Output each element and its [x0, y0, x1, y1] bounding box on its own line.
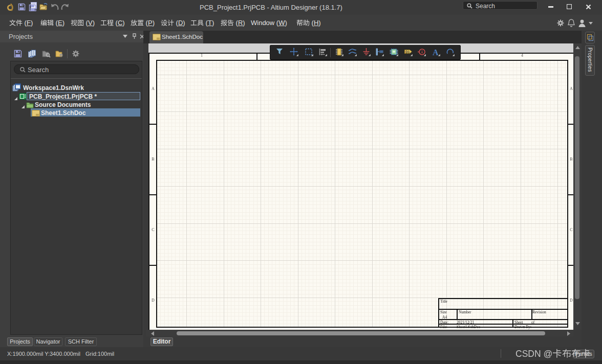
svg-text:D1: D1 [405, 50, 410, 54]
svg-text:A: A [433, 48, 439, 57]
